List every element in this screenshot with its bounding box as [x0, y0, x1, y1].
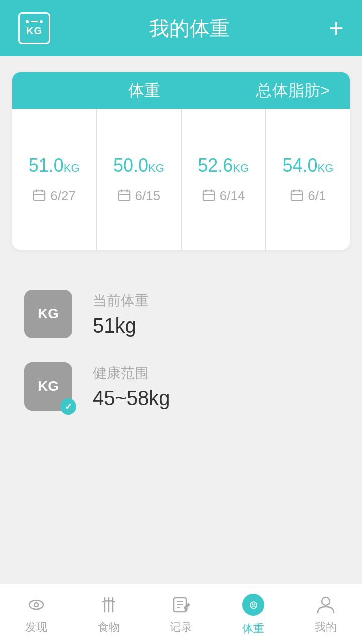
svg-point-16 — [29, 600, 43, 609]
checkmark-icon: ✓ — [60, 398, 76, 415]
nav-label-mine: 我的 — [315, 620, 337, 635]
weight-date-3: 6/14 — [202, 188, 245, 204]
weight-date-2: 6/15 — [117, 188, 161, 204]
calendar-icon-4 — [290, 189, 304, 203]
health-range-item: KG ✓ 健康范围 45~58kg — [24, 362, 338, 411]
current-weight-value: 51kg — [93, 314, 149, 337]
svg-text:☹: ☹ — [249, 601, 258, 610]
health-range-label: 健康范围 — [93, 364, 170, 383]
nav-item-discover[interactable]: 发现 — [11, 594, 61, 635]
tab-weight[interactable]: 体重 — [32, 79, 256, 102]
calendar-icon-2 — [117, 189, 131, 203]
bottom-nav: 发现 食物 记录 ☹ 体重 — [0, 584, 362, 644]
weight-value-2: 50.0KG — [113, 155, 164, 176]
calendar-icon-1 — [32, 189, 46, 203]
nav-label-food: 食物 — [98, 620, 120, 635]
nav-item-record[interactable]: 记录 — [156, 594, 206, 635]
svg-rect-4 — [118, 191, 129, 201]
header-icon-text: KG — [26, 25, 42, 37]
nav-label-discover: 发现 — [25, 620, 47, 635]
weight-entry-1[interactable]: 51.0KG 6/27 — [12, 109, 97, 250]
current-weight-item: KG 当前体重 51kg — [24, 290, 338, 338]
food-icon — [98, 594, 120, 616]
weight-value-3: 52.6KG — [198, 155, 249, 176]
kg-logo-icon: KG — [18, 12, 50, 44]
health-range-value: 45~58kg — [93, 387, 170, 410]
svg-rect-12 — [291, 191, 302, 201]
health-range-badge: KG ✓ — [24, 362, 72, 411]
current-weight-label: 当前体重 — [93, 291, 149, 310]
weight-icon: ☹ — [241, 592, 266, 617]
weight-date-4: 6/1 — [290, 188, 326, 204]
weight-date-1: 6/27 — [32, 188, 76, 204]
pencil-icon — [170, 594, 192, 616]
calendar-icon-3 — [202, 189, 216, 203]
main-content: 体重 总体脂肪> 51.0KG 6/27 — [0, 56, 362, 584]
tab-fat[interactable]: 总体脂肪> — [256, 79, 330, 102]
svg-point-17 — [34, 603, 38, 607]
svg-rect-8 — [203, 191, 214, 201]
weight-entry-4[interactable]: 54.0KG 6/1 — [266, 109, 350, 250]
info-section: KG 当前体重 51kg KG ✓ 健康范围 45~58kg — [12, 290, 350, 411]
weight-card: 体重 总体脂肪> 51.0KG 6/27 — [12, 72, 350, 250]
svg-rect-0 — [34, 191, 45, 201]
person-icon — [315, 594, 337, 616]
nav-item-food[interactable]: 食物 — [83, 594, 134, 635]
nav-label-weight: 体重 — [242, 621, 264, 636]
add-button[interactable]: + — [329, 15, 344, 41]
nav-item-mine[interactable]: 我的 — [301, 594, 351, 635]
weight-value-4: 54.0KG — [282, 155, 333, 176]
weight-entry-2[interactable]: 50.0KG 6/15 — [97, 109, 181, 250]
eye-icon — [25, 594, 47, 616]
weight-entries: 51.0KG 6/27 50.0KG — [12, 109, 350, 250]
weight-value-1: 51.0KG — [29, 155, 80, 176]
current-weight-badge: KG — [24, 290, 72, 338]
app-header: KG 我的体重 + — [0, 0, 362, 56]
weight-card-header: 体重 总体脂肪> — [12, 72, 350, 109]
health-range-text: 健康范围 45~58kg — [93, 364, 170, 410]
weight-entry-3[interactable]: 52.6KG 6/14 — [182, 109, 266, 250]
svg-point-27 — [322, 597, 330, 605]
page-title: 我的体重 — [149, 15, 230, 42]
current-weight-text: 当前体重 51kg — [93, 291, 149, 337]
nav-label-record: 记录 — [170, 620, 192, 635]
nav-item-weight[interactable]: ☹ 体重 — [228, 592, 279, 636]
